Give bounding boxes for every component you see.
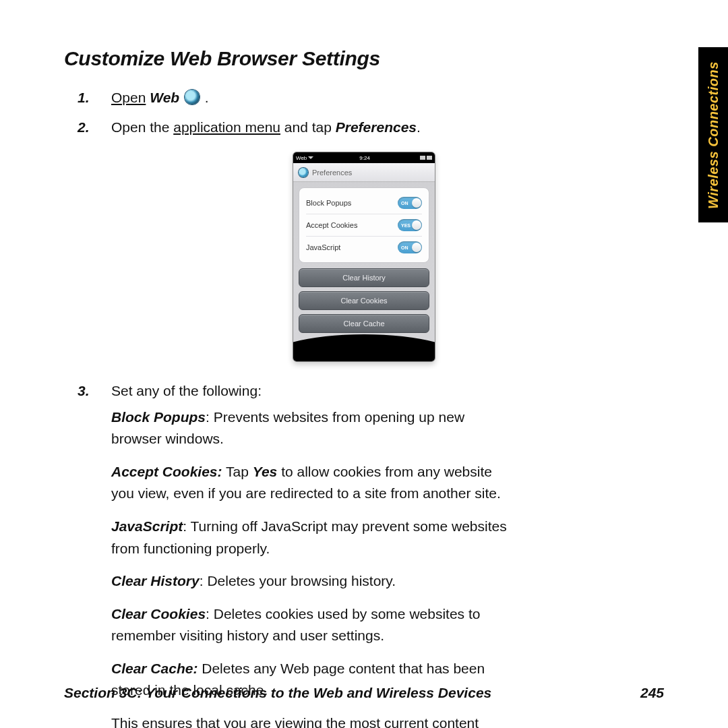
step-1: 1. Open Web . <box>78 86 590 109</box>
clear-cookies-button[interactable]: Clear Cookies <box>299 291 429 310</box>
globe-icon <box>299 168 308 177</box>
status-bar: Web 9:24 <box>293 152 435 163</box>
step2-pref: Preferences <box>336 119 417 135</box>
battery-icon <box>427 156 432 160</box>
prefs-card: Block Popups ON Accept Cookies YES JavaS… <box>299 187 429 263</box>
step-3: 3. Set any of the following: Block Popup… <box>78 380 590 728</box>
toggle-knob <box>412 220 421 230</box>
side-tab: Wireless Connections <box>698 47 728 222</box>
web-globe-icon <box>185 90 200 104</box>
prefs-header: Preferences <box>293 163 435 182</box>
toggle-block-popups[interactable]: ON <box>398 197 422 209</box>
phone-frame: Web 9:24 Preferences Block Popups ON <box>293 152 435 362</box>
toggle-accept-cookies[interactable]: YES <box>398 219 422 231</box>
def-javascript: JavaScript: Turning off JavaScript may p… <box>111 516 516 559</box>
pref-row-accept-cookies: Accept Cookies YES <box>306 214 422 237</box>
phone-bottom-curve <box>293 334 435 362</box>
toggle-javascript[interactable]: ON <box>398 241 422 253</box>
status-app-name: Web <box>296 155 307 161</box>
dropdown-icon <box>308 156 313 159</box>
step2-b: and tap <box>280 119 336 135</box>
def-clear-cookies: Clear Cookies: Deletes cookies used by s… <box>111 603 516 647</box>
def-block-popups: Block Popups: Prevents websites from ope… <box>111 406 516 450</box>
section-title: Customize Web Browser Settings <box>64 47 664 70</box>
side-tab-label: Wireless Connections <box>706 61 721 209</box>
signal-icon <box>420 156 425 160</box>
step3-text: Set any of the following: <box>111 383 262 398</box>
step2-a: Open the <box>111 119 173 135</box>
pref-label: Accept Cookies <box>306 221 357 229</box>
pref-label: Block Popups <box>306 199 351 207</box>
toggle-knob <box>412 198 421 208</box>
step2-link: application menu <box>173 119 280 135</box>
step-number: 2. <box>78 116 90 139</box>
page-number: 245 <box>640 685 664 701</box>
status-time: 9:24 <box>359 155 370 161</box>
prefs-title: Preferences <box>312 169 352 177</box>
footer-section: Section 3C: Your Connections to the Web … <box>64 685 491 701</box>
pref-label: JavaScript <box>306 243 340 251</box>
def-ensure: This ensures that you are viewing the mo… <box>111 712 516 728</box>
def-clear-history: Clear History: Deletes your browsing his… <box>111 570 516 593</box>
step2-period: . <box>417 119 421 135</box>
phone-screenshot: Web 9:24 Preferences Block Popups ON <box>64 152 664 362</box>
clear-cache-button[interactable]: Clear Cache <box>299 314 429 333</box>
pref-row-block-popups: Block Popups ON <box>306 192 422 214</box>
def-accept-cookies: Accept Cookies: Tap Yes to allow cookies… <box>111 461 516 505</box>
step1-web: Web <box>150 90 179 105</box>
toggle-knob <box>412 243 421 252</box>
step-2: 2. Open the application menu and tap Pre… <box>78 116 590 139</box>
step-number: 3. <box>78 380 90 402</box>
clear-history-button[interactable]: Clear History <box>299 268 429 287</box>
step1-open: Open <box>111 90 146 105</box>
step-number: 1. <box>78 86 90 109</box>
step1-period: . <box>205 90 209 105</box>
pref-row-javascript: JavaScript ON <box>306 237 422 258</box>
